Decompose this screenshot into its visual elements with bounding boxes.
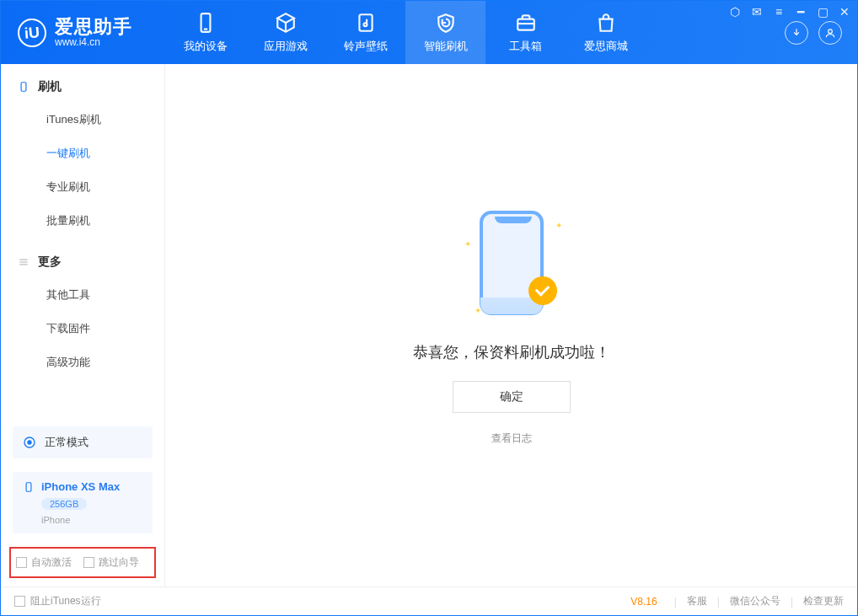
list-icon bbox=[18, 256, 29, 268]
account-button[interactable] bbox=[818, 21, 842, 45]
app-name: 爱思助手 bbox=[55, 17, 132, 37]
sidebar-item-oneclick-flash[interactable]: 一键刷机 bbox=[1, 137, 164, 170]
sidebar-item-download-firmware[interactable]: 下载固件 bbox=[1, 312, 164, 345]
sidebar-group-flash: 刷机 iTunes刷机 一键刷机 专业刷机 批量刷机 bbox=[1, 64, 164, 239]
checkbox-icon bbox=[16, 557, 27, 568]
phone-icon bbox=[18, 81, 29, 93]
music-file-icon bbox=[355, 12, 377, 34]
tab-my-device[interactable]: 我的设备 bbox=[165, 1, 245, 64]
tshirt-icon[interactable]: ⬡ bbox=[728, 5, 742, 19]
device-info-box[interactable]: iPhone XS Max 256GB iPhone bbox=[13, 472, 153, 533]
svg-rect-13 bbox=[26, 482, 31, 491]
tab-ringtones-wallpapers[interactable]: 铃声壁纸 bbox=[325, 1, 405, 64]
ok-button[interactable]: 确定 bbox=[453, 381, 571, 413]
download-icon bbox=[791, 27, 802, 39]
view-log-link[interactable]: 查看日志 bbox=[491, 431, 532, 446]
tab-label: 应用游戏 bbox=[264, 39, 308, 54]
checkbox-icon bbox=[83, 557, 94, 568]
svg-rect-7 bbox=[21, 83, 26, 92]
tab-label: 爱思商城 bbox=[584, 39, 628, 54]
device-capacity: 256GB bbox=[41, 498, 87, 510]
flash-options-highlight: 自动激活 跳过向导 bbox=[9, 547, 156, 578]
svg-point-6 bbox=[829, 29, 833, 33]
cube-icon bbox=[275, 12, 297, 34]
sidebar-group-label: 更多 bbox=[38, 254, 62, 270]
sidebar-item-pro-flash[interactable]: 专业刷机 bbox=[1, 170, 164, 204]
tab-label: 我的设备 bbox=[184, 39, 228, 54]
window-controls: ⬡ ✉ ≡ ━ ▢ ✕ bbox=[728, 5, 851, 19]
refresh-shield-icon bbox=[435, 12, 457, 34]
logo-icon: iU bbox=[17, 17, 48, 48]
user-icon bbox=[824, 27, 836, 39]
svg-point-3 bbox=[363, 23, 367, 26]
sidebar-group-more-header: 更多 bbox=[1, 254, 164, 278]
app-url: www.i4.cn bbox=[55, 37, 132, 48]
sidebar-item-other-tools[interactable]: 其他工具 bbox=[1, 278, 164, 312]
support-link[interactable]: 客服 bbox=[687, 594, 707, 608]
tab-smart-flash[interactable]: 智能刷机 bbox=[405, 1, 485, 64]
feedback-icon[interactable]: ✉ bbox=[750, 5, 764, 19]
sparkle-icon: ✦ bbox=[555, 221, 562, 230]
app-window: ⬡ ✉ ≡ ━ ▢ ✕ iU 爱思助手 www.i4.cn 我的设备 应用游戏 bbox=[0, 0, 858, 616]
checkbox-label: 阻止iTunes运行 bbox=[30, 594, 101, 608]
checkbox-block-itunes[interactable]: 阻止iTunes运行 bbox=[14, 594, 101, 608]
tab-toolbox[interactable]: 工具箱 bbox=[485, 1, 566, 64]
wechat-link[interactable]: 微信公众号 bbox=[730, 594, 780, 608]
device-icon bbox=[195, 12, 217, 34]
check-update-link[interactable]: 检查更新 bbox=[803, 594, 844, 608]
version-label: V8.16 bbox=[630, 596, 657, 608]
sparkle-icon: ✦ bbox=[464, 239, 471, 249]
checkbox-auto-activate[interactable]: 自动激活 bbox=[16, 555, 72, 570]
device-mode-box[interactable]: 正常模式 bbox=[13, 426, 153, 458]
check-badge-icon bbox=[528, 276, 557, 305]
minimize-icon[interactable]: ━ bbox=[794, 5, 807, 19]
svg-point-12 bbox=[28, 441, 31, 444]
tab-label: 铃声壁纸 bbox=[344, 39, 388, 54]
top-tabs: 我的设备 应用游戏 铃声壁纸 智能刷机 工具箱 爱思商城 bbox=[165, 1, 785, 64]
body: 刷机 iTunes刷机 一键刷机 专业刷机 批量刷机 更多 其他工具 下载固件 … bbox=[1, 64, 857, 587]
toolbox-icon bbox=[515, 12, 537, 34]
success-illustration: ✦ ✦ ✦ bbox=[461, 206, 562, 324]
sidebar-group-label: 刷机 bbox=[38, 79, 62, 94]
sidebar-group-flash-header: 刷机 bbox=[1, 79, 164, 103]
logo: iU 爱思助手 www.i4.cn bbox=[1, 1, 165, 64]
mode-icon bbox=[23, 436, 36, 449]
device-small-icon bbox=[23, 481, 35, 493]
checkbox-label: 自动激活 bbox=[31, 555, 72, 570]
sidebar-item-advanced[interactable]: 高级功能 bbox=[1, 345, 164, 379]
bag-icon bbox=[595, 12, 617, 34]
success-message: 恭喜您，保资料刷机成功啦！ bbox=[413, 342, 610, 362]
status-bar: 阻止iTunes运行 V8.16 | 客服 | 微信公众号 | 检查更新 bbox=[1, 587, 857, 615]
close-icon[interactable]: ✕ bbox=[838, 5, 851, 19]
tab-label: 智能刷机 bbox=[424, 39, 468, 54]
tab-label: 工具箱 bbox=[509, 39, 542, 54]
checkbox-skip-guide[interactable]: 跳过向导 bbox=[83, 555, 139, 570]
sidebar-item-batch-flash[interactable]: 批量刷机 bbox=[1, 204, 164, 238]
tab-store[interactable]: 爱思商城 bbox=[566, 1, 646, 64]
menu-icon[interactable]: ≡ bbox=[772, 5, 786, 19]
sidebar: 刷机 iTunes刷机 一键刷机 专业刷机 批量刷机 更多 其他工具 下载固件 … bbox=[1, 64, 165, 587]
checkbox-icon bbox=[14, 596, 25, 607]
download-manager-button[interactable] bbox=[785, 21, 808, 45]
maximize-icon[interactable]: ▢ bbox=[816, 5, 829, 19]
main-content: ✦ ✦ ✦ 恭喜您，保资料刷机成功啦！ 确定 查看日志 bbox=[165, 64, 857, 587]
device-name: iPhone XS Max bbox=[41, 480, 120, 493]
tab-apps-games[interactable]: 应用游戏 bbox=[245, 1, 325, 64]
device-type: iPhone bbox=[41, 515, 70, 525]
mode-label: 正常模式 bbox=[45, 435, 88, 450]
sidebar-group-more: 更多 其他工具 下载固件 高级功能 bbox=[1, 239, 164, 381]
checkbox-label: 跳过向导 bbox=[99, 555, 139, 570]
sidebar-item-itunes-flash[interactable]: iTunes刷机 bbox=[1, 103, 164, 137]
